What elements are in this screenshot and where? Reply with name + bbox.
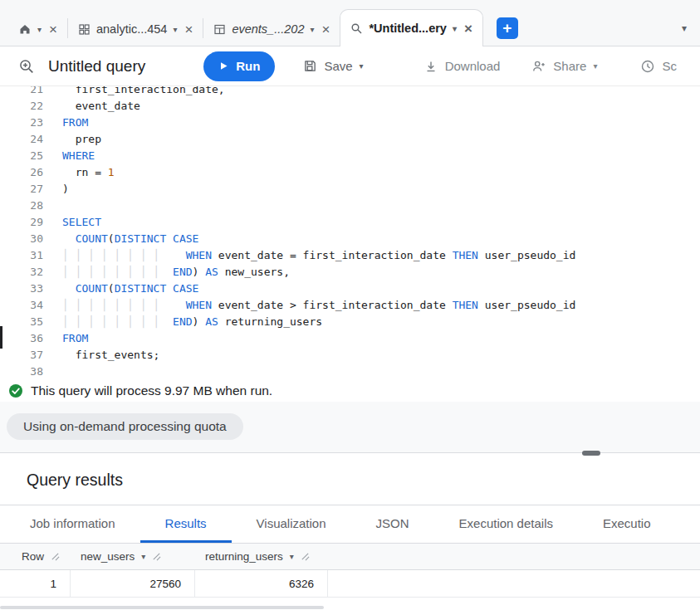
code-line: 37 first_events; <box>0 347 700 364</box>
quota-badge: Using on-demand processing quota <box>7 413 243 440</box>
line-number: 32 <box>0 264 43 281</box>
column-resize-icon[interactable] <box>301 552 310 561</box>
header-filler <box>328 544 700 569</box>
code-line: 28 <box>0 198 700 214</box>
code-text: FROM <box>43 115 88 131</box>
check-circle-icon <box>8 383 23 398</box>
tab-close-icon[interactable]: × <box>322 22 330 37</box>
tab-close-icon[interactable]: × <box>184 22 193 37</box>
code-text: ) <box>43 181 69 198</box>
grid-icon <box>78 23 91 36</box>
code-text: │ │ │ │ │ │ │ │ END) AS new_users, <box>43 264 290 281</box>
code-text: COUNT(DISTINCT CASE <box>43 281 198 297</box>
code-line: 36FROM <box>0 330 700 347</box>
code-line: 26 rn = 1 <box>0 164 700 181</box>
download-button[interactable]: Download <box>423 59 501 74</box>
download-label: Download <box>445 59 501 73</box>
results-tab-executio[interactable]: Executio <box>578 505 676 543</box>
table-cell: 6326 <box>195 570 328 597</box>
results-table-header: Row new_users▾ returning_users▾ <box>0 544 700 570</box>
results-tab-json[interactable]: JSON <box>351 505 434 543</box>
quota-band: Using on-demand processing quota <box>0 402 700 453</box>
pane-resize-handle[interactable] <box>582 451 600 456</box>
code-text <box>43 198 62 214</box>
line-number: 21 <box>0 86 43 98</box>
results-table-body: 1275606326 <box>0 570 700 598</box>
save-icon <box>303 59 317 73</box>
share-caret-icon[interactable]: ▾ <box>593 61 597 71</box>
results-tab-visualization[interactable]: Visualization <box>232 505 351 543</box>
schedule-label: Sc <box>662 59 677 73</box>
sql-editor[interactable]: 21 first_interaction_date,22 event_date2… <box>0 86 700 380</box>
line-number: 38 <box>0 364 43 380</box>
search-icon <box>350 22 363 35</box>
row-filler <box>328 570 700 597</box>
line-number: 37 <box>0 347 43 364</box>
code-text: event_date <box>43 98 140 115</box>
query-validation-row: This query will process 9.97 MB when run… <box>0 380 700 402</box>
download-icon <box>423 59 438 74</box>
line-number: 33 <box>0 281 43 297</box>
table-cell: 1 <box>0 570 71 597</box>
line-number: 23 <box>0 115 43 131</box>
code-line: 27) <box>0 181 700 198</box>
left-scrollbar-thumb[interactable] <box>0 326 2 349</box>
code-line: 25WHERE <box>0 148 700 164</box>
tab-close-icon[interactable]: × <box>49 22 57 37</box>
tab-analytics-dataset[interactable]: analytic...454 ▾ × <box>68 12 203 46</box>
tab-menu-caret-icon[interactable]: ▾ <box>173 25 177 34</box>
share-button[interactable]: Share ▾ <box>531 59 597 74</box>
results-tab-execution-details[interactable]: Execution details <box>434 505 578 543</box>
column-label: returning_users <box>205 550 283 563</box>
home-icon <box>18 22 32 36</box>
code-line: 29SELECT <box>0 214 700 231</box>
column-header-row[interactable]: Row <box>0 544 71 569</box>
save-caret-icon[interactable]: ▾ <box>360 61 364 71</box>
save-button[interactable]: Save ▾ <box>303 59 363 73</box>
tab-menu-caret-icon[interactable]: ▾ <box>37 25 42 34</box>
column-resize-icon[interactable] <box>51 552 60 561</box>
code-text <box>43 364 62 380</box>
column-header-new_users[interactable]: new_users▾ <box>71 544 195 569</box>
results-tab-bar: Job informationResultsVisualizationJSONE… <box>0 505 700 544</box>
tab-label: events_...202 <box>232 22 304 36</box>
results-tab-job-information[interactable]: Job information <box>5 505 140 543</box>
tab-overflow-caret-icon[interactable]: ▾ <box>682 22 687 34</box>
tab-close-icon[interactable]: × <box>464 22 472 36</box>
schedule-button[interactable]: Sc <box>640 59 677 74</box>
line-number: 29 <box>0 214 43 231</box>
new-tab-button[interactable]: + <box>497 17 518 39</box>
code-line: 32│ │ │ │ │ │ │ │ END) AS new_users, <box>0 264 700 281</box>
code-line: 35│ │ │ │ │ │ │ │ END) AS returning_user… <box>0 314 700 330</box>
results-tab-results[interactable]: Results <box>140 505 232 543</box>
tab-menu-caret-icon[interactable]: ▾ <box>453 24 457 33</box>
run-button[interactable]: Run <box>203 51 275 81</box>
tab-menu-caret-icon[interactable]: ▾ <box>310 25 314 34</box>
line-number: 34 <box>0 297 43 314</box>
line-number: 28 <box>0 198 43 214</box>
column-resize-icon[interactable] <box>152 552 161 561</box>
run-label: Run <box>236 59 260 73</box>
code-text: │ │ │ │ │ │ │ │ END) AS returning_users <box>43 314 322 330</box>
person-add-icon <box>531 59 546 74</box>
column-menu-caret-icon[interactable]: ▾ <box>141 552 145 561</box>
tab-home[interactable]: ▾ × <box>8 12 67 46</box>
editor-tab-bar: ▾ × analytic...454 ▾ × events_...202 ▾ × <box>0 0 700 46</box>
tab-untitled-query[interactable]: *Untitled...ery ▾ × <box>340 9 482 46</box>
column-menu-caret-icon[interactable]: ▾ <box>290 552 294 561</box>
tab-events-table[interactable]: events_...202 ▾ × <box>203 12 340 46</box>
code-text: FROM <box>43 330 88 347</box>
code-text: rn = 1 <box>43 164 115 181</box>
code-line: 23FROM <box>0 115 700 131</box>
horizontal-scrollbar[interactable] <box>0 606 324 609</box>
table-row[interactable]: 1275606326 <box>0 570 700 598</box>
column-label: Row <box>22 550 44 563</box>
query-toolbar: Untitled query Run Save ▾ Download <box>0 46 700 86</box>
code-text: SELECT <box>43 214 101 231</box>
column-header-returning_users[interactable]: returning_users▾ <box>195 544 328 569</box>
code-line: 38 <box>0 364 700 380</box>
line-number: 25 <box>0 148 43 164</box>
code-text: WHERE <box>43 148 95 164</box>
play-icon <box>218 61 229 71</box>
clock-icon <box>640 59 655 74</box>
